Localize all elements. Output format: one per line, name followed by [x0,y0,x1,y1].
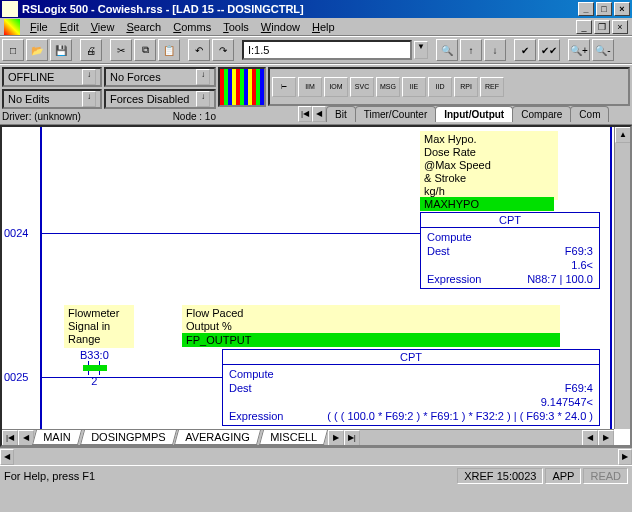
right-rail [610,127,612,445]
child-close-button[interactable]: × [612,20,628,34]
rung-side-comment: Flowmeter Signal in Range [64,305,134,348]
symbol-tag: MAXHYPO [420,197,554,211]
btab-first[interactable]: |◀ [2,430,18,446]
btab-next[interactable]: ▶ [328,430,344,446]
zoom-out-button[interactable]: 🔍- [592,39,614,61]
xref-cell: XREF 15:0023 [457,468,543,484]
instruction-iom[interactable]: IOM [324,77,348,97]
btab-last[interactable]: ▶| [344,430,360,446]
vertical-scrollbar[interactable]: ▲ [614,127,630,429]
type-tabs: |◀ ◀ BitTimer/CounterInput/OutputCompare… [268,106,630,122]
routine-tab-dosingpmps[interactable]: DOSINGPMPS [79,430,176,445]
menu-search[interactable]: Search [120,21,167,33]
child-minimize-button[interactable]: _ [576,20,592,34]
print-button[interactable]: 🖨 [80,39,102,61]
statusbar: For Help, press F1 XREF 15:0023 APP READ [0,465,632,485]
cpt-instruction[interactable]: CPT Compute DestF69:4 9.147547< Expressi… [222,349,600,426]
menu-window[interactable]: Window [255,21,306,33]
child-restore-button[interactable]: ❐ [594,20,610,34]
copy-button[interactable]: ⧉ [134,39,156,61]
xic-contact[interactable]: B33:0 2 [80,349,109,387]
horizontal-scrollbar[interactable]: |◀ ◀ MAINDOSINGPMPSAVERAGINGMISCELL ▶ ▶|… [2,429,614,445]
node-label: Node : 1o [173,111,216,122]
scroll-up[interactable]: ▲ [615,127,631,143]
type-tab-compare[interactable]: Compare [512,106,571,122]
instruction-iie[interactable]: IIE [402,77,426,97]
histogram-icon[interactable] [218,67,266,107]
close-button[interactable]: × [614,2,630,16]
address-box[interactable] [242,40,412,60]
forces-status: No Forces↓ [104,67,216,87]
forces-menu[interactable]: ↓ [196,69,210,85]
goto-next-button[interactable]: ↓ [484,39,506,61]
toolbar-main: □ 📂 💾 🖨 ✂ ⧉ 📋 ↶ ↷ ▼ 🔍 ↑ ↓ ✔ ✔✔ 🔍+ 🔍- [0,36,632,64]
read-cell: READ [583,468,628,484]
zoom-in-button[interactable]: 🔍+ [568,39,590,61]
rung-wire [42,233,422,234]
cpt-title: Compute [427,230,593,244]
rung-new-icon[interactable]: ⊢ [272,77,296,97]
left-rail [40,127,42,445]
ladder-view: 0024 Max Hypo. Dose Rate @Max Speed & St… [0,125,632,447]
instruction-svc[interactable]: SVC [350,77,374,97]
paste-button[interactable]: 📋 [158,39,180,61]
find-button[interactable]: 🔍 [436,39,458,61]
undo-button[interactable]: ↶ [188,39,210,61]
rung-wire [42,377,222,378]
type-tab-com[interactable]: Com [570,106,609,122]
routine-tab-averaging[interactable]: AVERAGING [174,430,261,445]
forces-disabled-menu[interactable]: ↓ [196,91,210,107]
edits-menu[interactable]: ↓ [82,91,96,107]
instruction-iid[interactable]: IID [428,77,452,97]
child-scroll-left[interactable]: ◀ [0,449,14,465]
help-text: For Help, press F1 [4,470,95,482]
rung-comment: Max Hypo. Dose Rate @Max Speed & Stroke … [420,131,558,200]
child-app-icon[interactable] [4,19,20,35]
minimize-button[interactable]: _ [578,2,594,16]
menu-edit[interactable]: Edit [54,21,85,33]
mode-menu[interactable]: ↓ [82,69,96,85]
app-titlebar: RSLogix 500 - Cowiesh.rss - [LAD 15 -- D… [0,0,632,18]
menubar: FileEditViewSearchCommsToolsWindowHelp _… [0,18,632,36]
menu-help[interactable]: Help [306,21,341,33]
instruction-iim[interactable]: IIM [298,77,322,97]
routine-tab-main[interactable]: MAIN [32,430,82,445]
type-tab-inputoutput[interactable]: Input/Output [435,106,513,122]
menu-file[interactable]: File [24,21,54,33]
new-button[interactable]: □ [2,39,24,61]
menu-tools[interactable]: Tools [217,21,255,33]
status-row: OFFLINE↓ No Forces↓ No Edits↓ Forces Dis… [0,64,632,125]
mode-status: OFFLINE↓ [2,67,102,87]
cut-button[interactable]: ✂ [110,39,132,61]
app-title: RSLogix 500 - Cowiesh.rss - [LAD 15 -- D… [22,3,304,15]
driver-label: Driver: (unknown) [2,111,81,122]
redo-button[interactable]: ↷ [212,39,234,61]
verify-button[interactable]: ✔ [514,39,536,61]
rung-number: 0024 [4,227,28,239]
app-cell: APP [545,468,581,484]
scroll-left[interactable]: ◀ [582,430,598,446]
edits-status: No Edits↓ [2,89,102,109]
verify-project-button[interactable]: ✔✔ [538,39,560,61]
forces-disabled-status: Forces Disabled↓ [104,89,216,109]
menu-comms[interactable]: Comms [167,21,217,33]
tabs-first[interactable]: |◀ [298,106,312,122]
type-tab-bit[interactable]: Bit [326,106,356,122]
open-button[interactable]: 📂 [26,39,48,61]
cpt-instruction[interactable]: CPT Compute DestF69:3 1.6< ExpressionN88… [420,212,600,289]
address-dropdown[interactable]: ▼ [414,41,428,59]
instruction-msg[interactable]: MSG [376,77,400,97]
instruction-rpi[interactable]: RPI [454,77,478,97]
tabs-prev[interactable]: ◀ [312,106,326,122]
instruction-ref[interactable]: REF [480,77,504,97]
routine-tab-miscell[interactable]: MISCELL [259,430,328,445]
menu-view[interactable]: View [85,21,121,33]
scroll-right[interactable]: ▶ [598,430,614,446]
child-scroll-right[interactable]: ▶ [618,449,632,465]
type-tab-timercounter[interactable]: Timer/Counter [355,106,437,122]
goto-prev-button[interactable]: ↑ [460,39,482,61]
address-input[interactable] [248,44,406,56]
save-button[interactable]: 💾 [50,39,72,61]
cpt-header: CPT [421,213,599,228]
maximize-button[interactable]: □ [596,2,612,16]
